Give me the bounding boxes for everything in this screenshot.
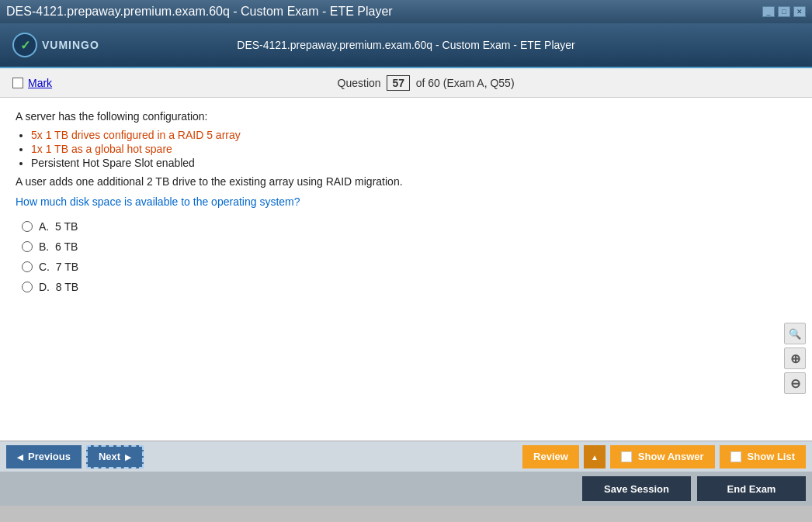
show-list-check-icon [730,451,741,462]
option-b[interactable]: B. 6 TB [22,240,796,253]
option-a-label: A. 5 TB [39,220,78,233]
bottom-action-bar: Save Session End Exam [0,472,812,506]
maximize-button[interactable]: □ [778,6,790,17]
option-c-label: C. 7 TB [39,261,78,273]
bullet-item-2: 1x 1 TB as a global hot spare [31,143,796,155]
option-a[interactable]: A. 5 TB [22,220,796,233]
option-b-label: B. 6 TB [39,240,78,253]
app-title: DES-4121.prepaway.premium.exam.60q - Cus… [121,39,691,51]
question-number-box: 57 [387,75,410,91]
title-bar: DES-4121.prepaway.premium.exam.60q - Cus… [0,0,812,23]
radio-a[interactable] [22,221,33,232]
bullet-text-1: 5x 1 TB drives configured in a RAID 5 ar… [31,129,241,141]
mark-label[interactable]: Mark [28,77,52,89]
show-list-button[interactable]: Show List [720,445,806,468]
question-label: Question [338,77,381,89]
review-button[interactable]: Review [522,445,579,468]
end-exam-button[interactable]: End Exam [697,476,806,501]
title-bar-text: DES-4121.prepaway.premium.exam.60q - Cus… [6,5,393,19]
previous-button[interactable]: Previous [6,445,82,468]
zoom-in-icon-btn[interactable]: ⊕ [784,347,806,369]
review-arrow-button[interactable] [584,445,606,468]
review-up-icon [591,452,599,462]
show-answer-label: Show Answer [638,451,704,462]
previous-label: Previous [28,451,71,462]
bullet-text-3: Persistent Hot Spare Slot enabled [31,157,195,169]
question-number-area: Question 57 of 60 (Exam A, Q55) [52,75,800,91]
question-intro: A server has the following configuration… [16,110,796,123]
radio-d[interactable] [22,282,33,292]
app-header: ✓ VUMINGO DES-4121.prepaway.premium.exam… [0,23,812,68]
radio-c[interactable] [22,261,33,272]
bullet-text-2: 1x 1 TB as a global hot spare [31,143,172,155]
option-d-label: D. 8 TB [39,281,78,293]
show-answer-button[interactable]: Show Answer [610,445,715,468]
logo-text: VUMINGO [42,39,99,51]
bullet-item-3: Persistent Hot Spare Slot enabled [31,157,796,169]
bullet-item-1: 5x 1 TB drives configured in a RAID 5 ar… [31,129,796,141]
close-button[interactable]: ✕ [793,6,806,17]
logo-area: ✓ VUMINGO [12,33,121,57]
right-icons: 🔍 ⊕ ⊖ [784,323,806,394]
answer-options: A. 5 TB B. 6 TB C. 7 TB D. 8 TB [22,220,796,293]
question-prompt: How much disk space is available to the … [16,195,796,208]
review-label: Review [533,451,568,462]
option-c[interactable]: C. 7 TB [22,261,796,273]
question-content: A server has the following configuration… [0,98,812,313]
mark-area[interactable]: Mark [12,77,52,89]
check-icon: ✓ [20,38,30,53]
question-body: A user adds one additional 2 TB drive to… [16,175,796,188]
main-content: Mark Question 57 of 60 (Exam A, Q55) A s… [0,68,812,441]
zoom-out-icon-btn[interactable]: ⊖ [784,372,806,394]
bullet-list: 5x 1 TB drives configured in a RAID 5 ar… [31,129,796,169]
next-arrow-icon [125,451,131,462]
save-session-button[interactable]: Save Session [582,476,691,501]
question-header: Mark Question 57 of 60 (Exam A, Q55) [0,68,812,98]
show-list-label: Show List [748,451,795,462]
search-icon-btn[interactable]: 🔍 [784,323,806,344]
next-label: Next [99,451,120,462]
save-session-label: Save Session [604,483,669,495]
title-bar-controls: _ □ ✕ [762,6,806,17]
option-d[interactable]: D. 8 TB [22,281,796,293]
show-answer-check-icon [621,451,632,462]
radio-b[interactable] [22,241,33,252]
next-button[interactable]: Next [86,445,144,468]
mark-checkbox[interactable] [12,78,23,88]
end-exam-label: End Exam [727,483,776,495]
logo-icon: ✓ [12,33,37,57]
bottom-toolbar: Previous Next Review Show Answer Show Li… [0,441,812,472]
previous-arrow-icon [17,451,23,462]
question-of: of 60 (Exam A, Q55) [416,77,515,89]
minimize-button[interactable]: _ [762,6,775,17]
